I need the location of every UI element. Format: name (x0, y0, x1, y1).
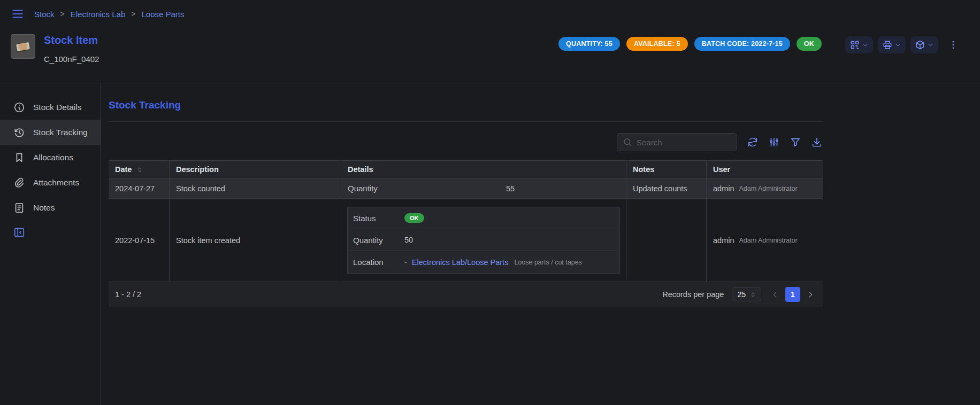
column-label: Description (176, 165, 219, 174)
breadcrumb-link-loose-parts[interactable]: Loose Parts (141, 10, 184, 19)
sidebar-item-label: Notes (33, 203, 55, 213)
records-per-page-select[interactable]: 25 (732, 287, 761, 301)
next-page-button[interactable] (805, 289, 816, 300)
column-header-details[interactable]: Details (341, 160, 626, 178)
header-actions (845, 36, 961, 53)
username: admin (713, 236, 734, 245)
detail-row-status: Status OK (348, 207, 619, 229)
details-subtable: Status OK Quantity 50 Location - Electro… (347, 207, 620, 274)
circular-arrows-icon (747, 136, 759, 148)
topbar: Stock > Electronics Lab > Loose Parts (0, 0, 980, 28)
qr-grid-icon (849, 40, 860, 50)
sidebar-item-allocations[interactable]: Allocations (0, 145, 101, 170)
stock-tracking-panel: Stock Tracking (101, 83, 823, 405)
detail-label: Location (353, 258, 404, 267)
breadcrumb-link-stock[interactable]: Stock (34, 10, 55, 19)
column-header-notes[interactable]: Notes (626, 160, 707, 178)
status-ok-badge: OK (797, 37, 822, 51)
hamburger-menu-button[interactable] (10, 6, 26, 22)
user-fullname: Adam Administrator (739, 185, 798, 192)
sidebar-item-stock-details[interactable]: Stock Details (0, 95, 101, 120)
records-per-page-value: 25 (737, 290, 746, 299)
breadcrumb-separator: > (131, 10, 135, 18)
row2-details-cell: Status OK Quantity 50 Location - Electro… (341, 199, 626, 282)
sidebar-item-notes[interactable]: Notes (0, 195, 101, 220)
detail-value: 50 (404, 236, 413, 244)
row1-details-cell: Quantity 55 (341, 178, 626, 199)
content: Stock Details Stock Tracking Allocations… (0, 83, 980, 405)
print-actions-button[interactable] (878, 36, 906, 53)
package-icon (915, 40, 925, 50)
detail-value: 55 (401, 184, 619, 193)
sidebar-item-label: Allocations (33, 153, 73, 162)
notes-value: Updated counts (633, 184, 687, 193)
column-label: User (713, 165, 730, 174)
description-value: Stock counted (176, 184, 225, 193)
detail-label: Quantity (348, 184, 401, 193)
breadcrumb-separator: > (60, 10, 65, 18)
detail-row-location: Location - Electronics Lab/Loose Parts L… (348, 251, 619, 273)
column-label: Details (348, 165, 373, 174)
table-columns-button[interactable] (768, 136, 780, 148)
user-fullname: Adam Administrator (739, 237, 798, 244)
previous-page-button[interactable] (769, 289, 780, 300)
row2-description-cell: Stock item created (170, 199, 341, 282)
column-label: Date (115, 165, 132, 174)
row2-date-cell: 2022-07-15 (109, 199, 170, 282)
refresh-button[interactable] (747, 136, 759, 148)
more-options-button[interactable] (946, 37, 961, 52)
magnifier-icon (623, 137, 632, 147)
history-icon (13, 127, 25, 138)
panel-divider (109, 121, 823, 122)
records-per-page-label: Records per page (662, 290, 724, 299)
paperclip-icon (13, 177, 25, 189)
quantity-badge: QUANTITY: 55 (558, 37, 620, 51)
arrows-sort-icon (136, 166, 143, 173)
chevron-down-icon (862, 42, 869, 49)
column-header-description[interactable]: Description (170, 160, 341, 178)
batch-code-badge: BATCH CODE: 2022-7-15 (694, 37, 790, 51)
panel-title: Stock Tracking (109, 99, 823, 111)
sidebar-item-label: Stock Tracking (33, 128, 88, 137)
hamburger-icon (11, 7, 25, 21)
adjustments-icon (768, 136, 780, 148)
column-label: Notes (633, 165, 654, 174)
notes-icon (13, 202, 25, 214)
detail-label: Quantity (353, 236, 404, 245)
table-footer-controls: Records per page 25 1 (662, 287, 816, 302)
status-ok-badge: OK (404, 213, 424, 223)
detail-label: Status (353, 214, 404, 223)
sidebar-item-label: Stock Details (33, 103, 81, 112)
search-input[interactable] (637, 138, 731, 147)
record-range: 1 - 2 / 2 (115, 290, 141, 299)
pagination: 1 (769, 287, 816, 302)
table-footer: 1 - 2 / 2 Records per page 25 (109, 282, 823, 307)
chevron-down-icon (894, 42, 901, 49)
row1-notes-cell: Updated counts (626, 178, 707, 199)
part-thumbnail (11, 34, 35, 59)
chevron-down-icon (927, 42, 934, 49)
sidebar-item-stock-tracking[interactable]: Stock Tracking (0, 120, 101, 145)
row2-user-cell: admin Adam Administrator (707, 199, 823, 282)
table-toolbar (109, 133, 823, 151)
stock-tracking-table: Date Description Details Notes User 2024… (109, 160, 823, 307)
capacitor-image (16, 42, 30, 51)
stock-actions-button[interactable] (910, 36, 938, 53)
row2-notes-cell (626, 199, 707, 282)
sidebar-item-label: Attachments (33, 178, 79, 188)
filter-button[interactable] (790, 136, 801, 148)
column-header-user[interactable]: User (707, 160, 823, 178)
sidebar-item-attachments[interactable]: Attachments (0, 170, 101, 195)
detail-row-quantity: Quantity 50 (348, 229, 619, 251)
download-button[interactable] (811, 136, 823, 148)
breadcrumb-link-electronics-lab[interactable]: Electronics Lab (71, 10, 126, 19)
location-link[interactable]: Electronics Lab/Loose Parts (412, 258, 509, 267)
location-description: Loose parts / cut tapes (514, 259, 581, 266)
status-badges: QUANTITY: 55 AVAILABLE: 5 BATCH CODE: 20… (558, 37, 822, 51)
collapse-sidebar-button[interactable] (13, 227, 25, 238)
username: admin (713, 184, 734, 193)
row1-user-cell: admin Adam Administrator (707, 178, 823, 199)
page-1-button[interactable]: 1 (785, 287, 800, 302)
column-header-date[interactable]: Date (109, 160, 170, 178)
barcode-actions-button[interactable] (845, 36, 873, 53)
